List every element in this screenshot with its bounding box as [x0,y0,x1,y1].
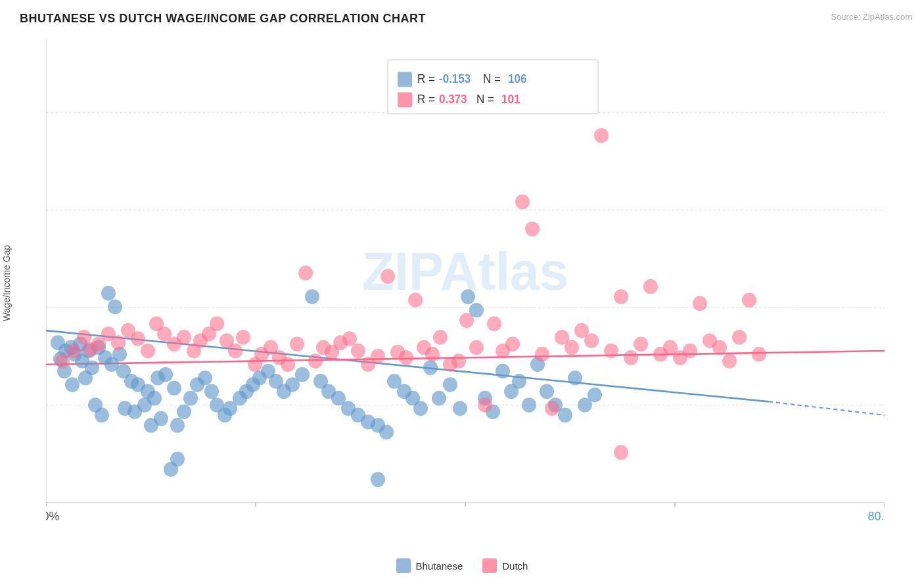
svg-point-80 [379,424,394,440]
svg-point-163 [565,340,579,355]
dutch-label: Dutch [502,560,528,572]
svg-point-104 [371,472,385,487]
svg-point-166 [594,128,609,143]
bhutanese-swatch [396,558,411,573]
svg-point-152 [459,313,474,328]
svg-point-181 [742,292,756,307]
svg-point-159 [525,221,540,237]
svg-text:R =: R = [417,72,435,85]
svg-point-86 [432,391,446,406]
svg-point-157 [505,336,520,351]
svg-point-167 [604,344,618,359]
svg-point-127 [236,330,250,345]
svg-point-85 [423,360,438,375]
svg-point-154 [478,397,492,413]
svg-rect-184 [388,60,598,114]
svg-point-89 [461,289,475,304]
svg-point-108 [66,344,81,359]
svg-rect-190 [398,92,412,107]
svg-text:R =: R = [417,93,435,106]
svg-point-107 [55,353,70,369]
svg-point-116 [141,344,155,359]
svg-point-126 [228,344,243,359]
svg-point-158 [515,194,530,210]
svg-text:-0.153: -0.153 [439,72,471,85]
legend-bottom: Bhutanese Dutch [0,558,924,573]
svg-point-48 [95,408,109,423]
svg-point-183 [614,445,628,460]
svg-point-160 [535,347,549,362]
svg-point-96 [522,397,536,413]
svg-point-146 [408,292,423,307]
chart-title: BHUTANESE VS DUTCH WAGE/INCOME GAP CORRE… [20,12,426,26]
svg-point-71 [295,367,310,382]
dutch-swatch [482,558,497,573]
svg-point-46 [108,300,122,315]
svg-point-72 [305,289,319,304]
svg-point-135 [308,353,323,369]
svg-point-182 [752,347,766,362]
svg-point-142 [371,349,385,364]
chart-area: 20.0% 40.0% 60.0% 80.0% 0.0% 80.0% ZIPAt… [46,39,885,527]
svg-point-59 [204,384,219,399]
svg-point-98 [540,384,554,399]
svg-text:0.0%: 0.0% [46,508,60,522]
svg-text:106: 106 [508,72,526,85]
svg-text:101: 101 [501,93,520,106]
svg-text:N =: N = [476,93,494,106]
svg-point-140 [351,344,365,359]
legend-item-dutch: Dutch [482,558,528,573]
svg-point-155 [487,316,501,331]
svg-point-124 [210,316,224,331]
svg-point-178 [712,340,727,355]
svg-point-106 [164,462,178,477]
svg-point-170 [634,336,648,351]
chart-svg: 20.0% 40.0% 60.0% 80.0% 0.0% 80.0% ZIPAt… [46,39,885,527]
svg-point-132 [281,357,295,372]
bhutanese-label: Bhutanese [416,560,463,572]
svg-point-171 [643,279,658,294]
svg-point-120 [177,330,191,345]
svg-point-169 [624,350,638,365]
svg-point-168 [614,289,628,304]
svg-point-139 [342,331,357,346]
svg-point-87 [443,377,457,392]
chart-container: BHUTANESE VS DUTCH WAGE/INCOME GAP CORRE… [0,0,924,586]
svg-point-95 [512,374,526,389]
svg-point-100 [558,408,572,423]
svg-point-151 [451,353,466,369]
svg-text:N =: N = [483,72,501,85]
svg-point-32 [78,371,93,386]
svg-point-44 [167,380,181,395]
svg-point-175 [683,344,697,359]
svg-text:80.0%: 80.0% [867,508,885,522]
y-axis-label: Wage/Income Gap [0,39,13,527]
svg-point-113 [111,335,126,350]
svg-point-133 [290,336,304,351]
svg-point-149 [433,330,448,345]
svg-point-45 [101,286,116,301]
svg-point-93 [496,364,510,379]
svg-point-180 [732,330,747,345]
svg-point-53 [154,411,168,426]
svg-point-56 [183,391,198,406]
svg-point-58 [198,371,212,386]
svg-point-54 [170,418,185,433]
source-label: Source: ZipAtlas.com [831,12,912,22]
svg-point-153 [469,340,484,355]
svg-point-115 [131,331,145,346]
svg-point-103 [588,388,602,403]
svg-point-145 [399,350,413,365]
svg-text:0.373: 0.373 [439,93,467,106]
svg-line-19 [769,401,885,415]
svg-point-165 [584,333,599,348]
svg-point-88 [453,401,467,416]
legend-item-bhutanese: Bhutanese [396,558,463,573]
svg-point-161 [545,401,559,416]
svg-point-143 [381,269,395,284]
svg-point-55 [177,404,191,419]
svg-point-31 [65,377,80,392]
svg-point-179 [722,353,737,369]
svg-point-134 [298,265,313,281]
svg-point-176 [693,296,707,311]
